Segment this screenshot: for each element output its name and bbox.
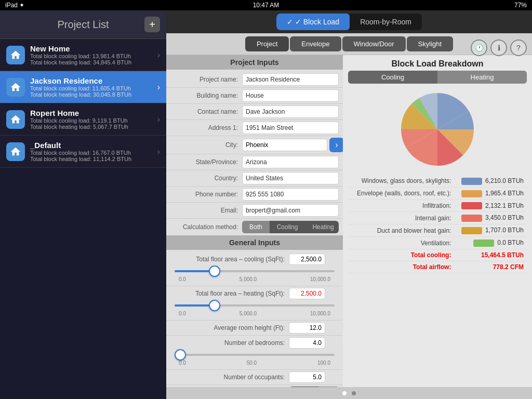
calc-method-toggle: Both Cooling Heating xyxy=(242,221,339,233)
status-time: 10:47 AM xyxy=(253,2,280,9)
block-load-tab[interactable]: ✓ Block Load xyxy=(276,14,350,30)
project-name: Jackson Residence xyxy=(30,76,154,85)
project-icon xyxy=(6,110,25,129)
state-input[interactable] xyxy=(242,156,339,168)
project-name-input[interactable] xyxy=(242,73,339,86)
country-input[interactable] xyxy=(242,172,339,184)
project-heating: Total block heating load: 30,045.8 BTUh xyxy=(30,91,154,98)
row-label: Ventilation: xyxy=(348,237,454,249)
chevron-right-icon: › xyxy=(157,83,160,92)
slider-min: 0.0 xyxy=(179,276,186,282)
project-name: Ropert Home xyxy=(30,109,154,117)
tab-window-door[interactable]: Window/Door xyxy=(342,36,406,51)
pie-chart-container xyxy=(348,88,527,171)
city-search-button[interactable]: › xyxy=(329,138,343,152)
field-address: Address 1: xyxy=(166,120,343,136)
project-cooling: Total block cooling load: 13,981.4 BTUh xyxy=(30,53,154,59)
field-email: Email: xyxy=(166,203,343,219)
total-airflow-label: Total airflow: xyxy=(348,261,454,273)
calc-both-btn[interactable]: Both xyxy=(242,221,270,233)
sidebar-project-item[interactable]: Ropert Home Total block cooling load: 9,… xyxy=(0,103,166,136)
calc-heating-btn[interactable]: Heating xyxy=(305,221,339,233)
help-icon[interactable]: ? xyxy=(510,39,527,56)
status-right: 77% xyxy=(514,2,527,9)
project-heating: Total block heating load: 11,114.2 BTUh xyxy=(30,156,154,162)
sidebar-project-item[interactable]: Jackson Residence Total block cooling lo… xyxy=(0,71,166,103)
project-info: Ropert Home Total block cooling load: 9,… xyxy=(30,109,154,130)
slider-b-max: 100.0 xyxy=(317,360,330,366)
field-phone: Phone number: xyxy=(166,187,343,203)
cooling-tab[interactable]: Cooling xyxy=(348,71,437,84)
project-cooling: Total block cooling load: 11,605.4 BTUh xyxy=(30,85,154,91)
floor-cooling-slider[interactable] xyxy=(175,266,335,276)
chevron-right-icon: › xyxy=(157,147,160,156)
slider-h-max: 10,000.0 xyxy=(310,311,330,316)
row-value: 3,450.0 BTUh xyxy=(454,212,527,224)
floor-cooling-row: Total floor area – cooling (SqFt): 0.0 xyxy=(166,252,343,286)
tab-skylight[interactable]: Skylight xyxy=(407,36,454,51)
row-value: 1,965.4 BTUh xyxy=(454,187,527,200)
tab-envelope[interactable]: Envelope xyxy=(290,36,341,51)
project-cooling: Total block cooling load: 9,119.1 BTUh xyxy=(30,117,154,124)
slider-b-mid: 50.0 xyxy=(247,360,257,366)
form-panel: Project Inputs Project name: Building na… xyxy=(166,55,343,387)
row-value: 2,132.1 BTUh xyxy=(454,200,527,212)
building-name-input[interactable] xyxy=(242,89,339,102)
status-bar: iPad ✦ 10:47 AM 77% xyxy=(0,0,532,10)
add-project-button[interactable]: + xyxy=(144,17,160,32)
general-inputs-header: General Inputs xyxy=(166,235,343,250)
address-input[interactable] xyxy=(242,122,339,134)
project-icon xyxy=(6,46,25,64)
bedrooms-input[interactable] xyxy=(289,337,325,349)
slider-h-min: 0.0 xyxy=(179,311,186,316)
content-area: Project Inputs Project name: Building na… xyxy=(166,55,532,387)
row-label: Duct and blower heat gain: xyxy=(348,224,454,237)
project-heating: Total block heating load: 5,067.7 BTUh xyxy=(30,124,154,130)
occupants-input[interactable] xyxy=(289,371,325,383)
floor-cooling-input[interactable] xyxy=(289,254,325,265)
city-input[interactable] xyxy=(242,139,327,151)
row-value: 1,707.0 BTUh xyxy=(454,224,527,237)
project-name: New Home xyxy=(30,44,154,53)
history-icon[interactable]: 🕐 xyxy=(471,39,487,56)
table-row: Windows, glass doors, skylights: 6,210.0… xyxy=(348,175,527,187)
calc-cooling-btn[interactable]: Cooling xyxy=(270,221,305,233)
floor-cooling-label: Total floor area – cooling (SqFt): xyxy=(170,256,285,263)
breakdown-title: Block Load Breakdown xyxy=(348,55,527,71)
tab-project[interactable]: Project xyxy=(245,36,289,51)
row-label: Envelope (walls, doors, roof, etc.): xyxy=(348,187,454,200)
home-icon xyxy=(10,82,21,93)
sidebar-project-item[interactable]: _Default Total block cooling load: 16,76… xyxy=(0,136,166,168)
table-row: Internal gain: 3,450.0 BTUh xyxy=(348,212,527,224)
slider-b-min: 0.0 xyxy=(179,360,186,366)
field-state: State/Province: xyxy=(166,154,343,170)
floor-heating-slider[interactable] xyxy=(175,300,335,311)
slider-mid: 5,000.0 xyxy=(240,276,257,282)
bedrooms-slider[interactable] xyxy=(175,350,335,360)
total-cooling-label: Total cooling: xyxy=(348,249,454,261)
total-airflow-value: 778.2 CFM xyxy=(454,261,527,273)
mode-toggle: ✓ Block Load Room-by-Room xyxy=(276,14,422,30)
floor-heating-input[interactable] xyxy=(289,288,325,299)
total-cooling-value: 15,464.5 BTUh xyxy=(454,249,527,261)
field-building-name: Building name: xyxy=(166,88,343,104)
sidebar-header: Project List + xyxy=(0,10,166,39)
email-input[interactable] xyxy=(242,204,339,217)
pie-chart xyxy=(385,88,489,171)
sidebar-project-item[interactable]: New Home Total block cooling load: 13,98… xyxy=(0,39,166,71)
project-cooling: Total block cooling load: 16,767.0 BTUh xyxy=(30,150,154,156)
row-value: 6,210.0 BTUh xyxy=(454,175,527,187)
project-info: New Home Total block cooling load: 13,98… xyxy=(30,44,154,65)
room-height-input[interactable] xyxy=(289,322,325,334)
occupants-row: Number of occupants: xyxy=(166,370,343,385)
heating-tab[interactable]: Heating xyxy=(437,71,527,84)
room-by-room-tab[interactable]: Room-by-Room xyxy=(350,14,422,30)
contact-name-input[interactable] xyxy=(242,105,339,118)
field-calc-method: Calculation method: Both Cooling Heating xyxy=(166,219,343,235)
table-row: Infiltration: 2,132.1 BTUh xyxy=(348,200,527,212)
project-name: _Default xyxy=(30,141,154,150)
sidebar-title: Project List xyxy=(22,19,144,31)
phone-input[interactable] xyxy=(242,188,339,201)
project-icon xyxy=(6,78,25,97)
info-icon[interactable]: ℹ xyxy=(490,39,507,56)
